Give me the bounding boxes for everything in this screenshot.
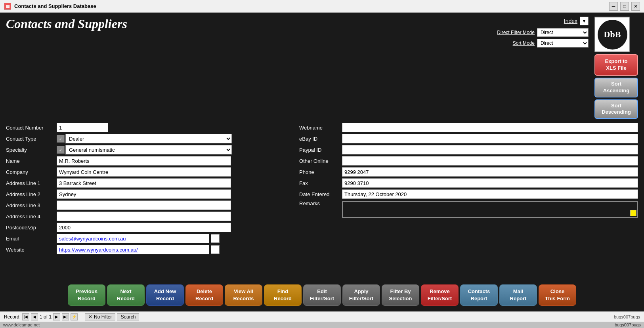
index-dropdown-btn[interactable]: ▼: [580, 17, 589, 25]
fax-label: Fax: [299, 180, 339, 186]
other-online-input[interactable]: [342, 156, 638, 166]
form-area: Contact Number Contact Type ✓ Dealer Col…: [6, 123, 638, 281]
addr3-input[interactable]: [57, 200, 231, 210]
right-buttons: DbB Export toXLS File SortAscending Sort…: [594, 17, 638, 119]
webname-input[interactable]: [342, 123, 638, 132]
maximize-button[interactable]: □: [620, 2, 629, 11]
search-button[interactable]: Search: [117, 313, 139, 320]
email-row: Email: [6, 234, 291, 243]
name-label: Name: [6, 158, 54, 164]
app-title: Contacts and Suppliers: [6, 17, 127, 31]
previous-record-button[interactable]: PreviousRecord: [68, 284, 105, 306]
index-label[interactable]: Index: [564, 18, 577, 24]
contact-type-label: Contact Type: [6, 136, 54, 142]
header-row: Contacts and Suppliers Index ▼ Direct Fi…: [6, 17, 638, 119]
addr4-row: Address Line 4: [6, 212, 291, 221]
website-row: Website: [6, 245, 291, 254]
fax-input[interactable]: [342, 178, 638, 188]
postcode-label: Postcode/Zip: [6, 225, 54, 231]
specialty-select[interactable]: General numismatic Coins Banknotes Stamp…: [65, 145, 232, 154]
title-bar-controls[interactable]: ─ □ ✕: [609, 2, 640, 11]
remarks-row: Remarks: [299, 200, 638, 281]
name-input[interactable]: [57, 156, 231, 166]
nav-last-button[interactable]: ▶|: [62, 313, 69, 320]
company-row: Company: [6, 167, 291, 177]
email-input-wrap: [57, 234, 220, 243]
footer-right-text: bugs007bugs: [615, 322, 641, 327]
delete-record-button[interactable]: DeleteRecord: [185, 284, 223, 306]
remove-filter-sort-button[interactable]: RemoveFilter/Sort: [421, 284, 459, 306]
contact-number-row: Contact Number: [6, 123, 291, 132]
remarks-label: Remarks: [299, 200, 339, 206]
phone-row: Phone: [299, 167, 638, 177]
sort-descending-button[interactable]: SortDescending: [594, 99, 638, 119]
footer-bar: www.delcampe.net bugs007bugs: [0, 322, 644, 328]
nav-prev-button[interactable]: ◀: [31, 313, 38, 320]
addr4-input[interactable]: [57, 212, 231, 221]
sort-mode-row: Sort Mode Direct: [513, 39, 589, 48]
sort-mode-label[interactable]: Sort Mode: [513, 40, 535, 46]
name-row: Name: [6, 156, 291, 166]
date-row: Date Entered: [299, 189, 638, 199]
export-xls-button[interactable]: Export toXLS File: [594, 54, 638, 76]
contact-type-select[interactable]: Dealer Collector Supplier Other: [65, 134, 232, 143]
view-all-records-button[interactable]: View AllRecords: [225, 284, 262, 306]
filter-by-selection-button[interactable]: Filter BySelection: [382, 284, 419, 306]
specialty-row: Specialty ✓ General numismatic Coins Ban…: [6, 145, 291, 154]
nav-next-button[interactable]: ▶: [53, 313, 60, 320]
close-this-form-button[interactable]: CloseThis Form: [539, 284, 576, 306]
webname-label: Webname: [299, 125, 339, 131]
title-bar-left: ▦ Contacts and Suppliers Database: [4, 3, 96, 10]
specialty-check-btn[interactable]: ✓: [57, 146, 65, 154]
addr2-label: Address Line 2: [6, 191, 54, 197]
addr1-label: Address Line 1: [6, 180, 54, 186]
sort-ascending-button[interactable]: SortAscending: [594, 78, 638, 97]
contact-type-wrap: ✓ Dealer Collector Supplier Other: [57, 134, 232, 143]
paypal-row: Paypal ID: [299, 145, 638, 154]
addr3-row: Address Line 3: [6, 200, 291, 210]
direct-filter-select[interactable]: Direct: [537, 28, 589, 37]
direct-filter-label[interactable]: Direct Filter Mode: [497, 30, 535, 35]
apply-filter-sort-button[interactable]: ApplyFilter/Sort: [342, 284, 380, 306]
add-new-record-button[interactable]: Add NewRecord: [146, 284, 184, 306]
email-checkbox[interactable]: [211, 234, 220, 243]
filter-controls: Index ▼ Direct Filter Mode Direct Sort M…: [497, 17, 589, 48]
close-button[interactable]: ✕: [631, 2, 640, 11]
company-input[interactable]: [57, 167, 231, 177]
paypal-input[interactable]: [342, 145, 638, 154]
nav-new-button[interactable]: ⚡: [71, 313, 78, 320]
header-right: Index ▼ Direct Filter Mode Direct Sort M…: [497, 17, 638, 119]
search-label: Search: [120, 314, 136, 320]
edit-filter-sort-button[interactable]: EditFilter/Sort: [303, 284, 341, 306]
website-checkbox[interactable]: [211, 245, 220, 254]
no-filter-button[interactable]: ✕ No Filter: [85, 313, 115, 320]
mail-report-button[interactable]: MailReport: [499, 284, 537, 306]
find-record-button[interactable]: FindRecord: [264, 284, 302, 306]
addr3-label: Address Line 3: [6, 202, 54, 208]
contacts-report-button[interactable]: ContactsReport: [460, 284, 498, 306]
status-bar-left: Record: |◀ ◀ 1 of 1 ▶ ▶| ⚡ ✕ No Filter S…: [4, 313, 139, 320]
addr2-input[interactable]: [57, 189, 231, 199]
nav-first-button[interactable]: |◀: [22, 313, 29, 320]
minimize-button[interactable]: ─: [609, 2, 618, 11]
contact-type-check-btn[interactable]: ✓: [57, 135, 65, 143]
addr4-label: Address Line 4: [6, 214, 54, 219]
direct-filter-row: Direct Filter Mode Direct: [497, 28, 589, 37]
postcode-input[interactable]: [57, 223, 231, 232]
phone-input[interactable]: [342, 167, 638, 177]
sort-mode-select[interactable]: Direct: [537, 39, 589, 48]
logo-text: DbB: [604, 29, 621, 40]
other-online-row: Other Online: [299, 156, 638, 166]
website-input[interactable]: [57, 245, 209, 254]
contact-number-input[interactable]: [57, 123, 108, 132]
remarks-textarea[interactable]: [342, 201, 638, 218]
ebay-input[interactable]: [342, 134, 638, 143]
filter-icon: ✕: [88, 314, 92, 320]
addr2-row: Address Line 2: [6, 189, 291, 199]
addr1-input[interactable]: [57, 178, 231, 188]
paypal-label: Paypal ID: [299, 147, 339, 153]
next-record-button[interactable]: NextRecord: [107, 284, 145, 306]
date-input[interactable]: [342, 189, 638, 199]
form-left: Contact Number Contact Type ✓ Dealer Col…: [6, 123, 291, 281]
email-input[interactable]: [57, 234, 209, 243]
